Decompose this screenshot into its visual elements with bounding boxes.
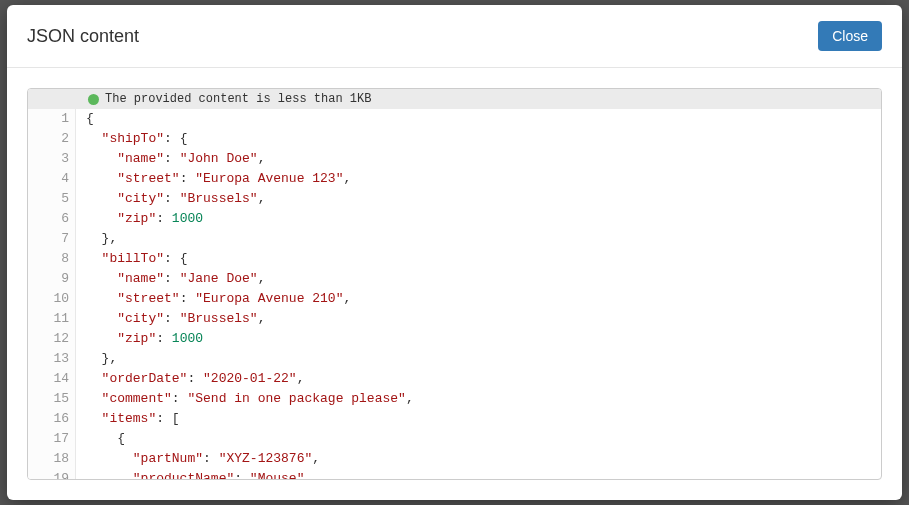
line-number: 17 — [34, 429, 69, 449]
line-number: 4 — [34, 169, 69, 189]
line-number: 12 — [34, 329, 69, 349]
status-message: The provided content is less than 1KB — [105, 92, 371, 106]
code-line: "name": "Jane Doe", — [86, 269, 881, 289]
line-number: 16 — [34, 409, 69, 429]
line-number: 14 — [34, 369, 69, 389]
line-number: 15 — [34, 389, 69, 409]
code-viewer[interactable]: The provided content is less than 1KB 12… — [27, 88, 882, 480]
success-icon — [88, 94, 99, 105]
modal-title: JSON content — [27, 26, 139, 47]
code-line: }, — [86, 349, 881, 369]
code-area: 12345678910111213141516171819 { "shipTo"… — [28, 109, 881, 480]
line-number: 13 — [34, 349, 69, 369]
line-number: 2 — [34, 129, 69, 149]
modal-header: JSON content Close — [7, 5, 902, 68]
close-button[interactable]: Close — [818, 21, 882, 51]
code-line: { — [86, 429, 881, 449]
code-lines: { "shipTo": { "name": "John Doe", "stree… — [76, 109, 881, 480]
line-number: 11 — [34, 309, 69, 329]
code-line: "city": "Brussels", — [86, 189, 881, 209]
code-line: "zip": 1000 — [86, 329, 881, 349]
code-line: "street": "Europa Avenue 210", — [86, 289, 881, 309]
code-line: "city": "Brussels", — [86, 309, 881, 329]
line-number: 19 — [34, 469, 69, 480]
line-number: 1 — [34, 109, 69, 129]
code-line: "comment": "Send in one package please", — [86, 389, 881, 409]
code-line: }, — [86, 229, 881, 249]
line-number: 7 — [34, 229, 69, 249]
json-content-modal: JSON content Close The provided content … — [7, 5, 902, 500]
code-line: "street": "Europa Avenue 123", — [86, 169, 881, 189]
line-number: 10 — [34, 289, 69, 309]
line-number-gutter: 12345678910111213141516171819 — [28, 109, 76, 480]
code-line: "partNum": "XYZ-123876", — [86, 449, 881, 469]
status-bar: The provided content is less than 1KB — [28, 89, 881, 109]
line-number: 3 — [34, 149, 69, 169]
modal-body: The provided content is less than 1KB 12… — [7, 68, 902, 500]
line-number: 5 — [34, 189, 69, 209]
line-number: 8 — [34, 249, 69, 269]
line-number: 18 — [34, 449, 69, 469]
line-number: 9 — [34, 269, 69, 289]
code-line: { — [86, 109, 881, 129]
code-line: "orderDate": "2020-01-22", — [86, 369, 881, 389]
code-line: "shipTo": { — [86, 129, 881, 149]
code-line: "name": "John Doe", — [86, 149, 881, 169]
line-number: 6 — [34, 209, 69, 229]
code-line: "zip": 1000 — [86, 209, 881, 229]
code-line: "items": [ — [86, 409, 881, 429]
code-line: "productName": "Mouse", — [86, 469, 881, 480]
code-line: "billTo": { — [86, 249, 881, 269]
